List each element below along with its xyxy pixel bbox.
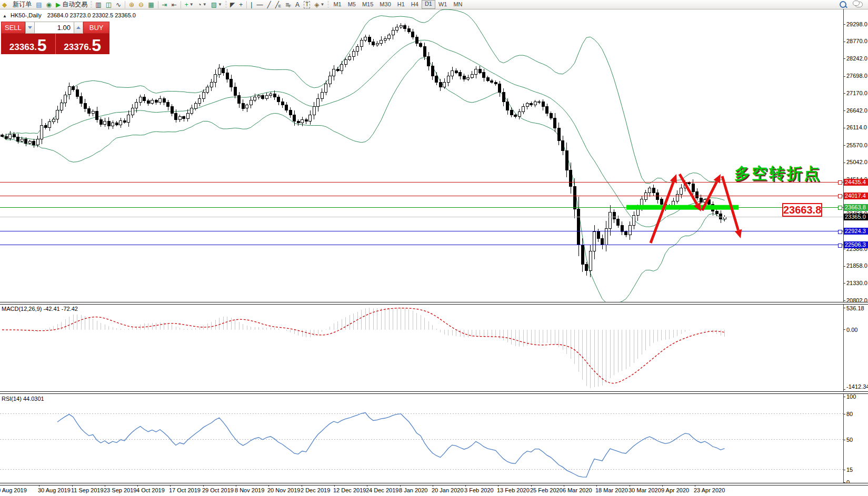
timeframe-h1[interactable]: H1 bbox=[394, 1, 408, 8]
macd-label: MACD(12,26,9) -42.41 -72.42 bbox=[2, 306, 78, 312]
bollinger-lower-band[interactable] bbox=[2, 57, 725, 302]
candle bbox=[84, 103, 86, 109]
support-highlight-bar[interactable] bbox=[626, 205, 739, 210]
indicators-icon[interactable]: +▼ bbox=[183, 1, 196, 9]
candle bbox=[28, 141, 31, 143]
timeframe-mn[interactable]: MN bbox=[450, 1, 465, 8]
date-axis[interactable]: 20 Aug 201930 Aug 201911 Sep 201923 Sep … bbox=[0, 484, 868, 496]
crosshair-icon[interactable]: + bbox=[237, 1, 245, 9]
candlestick-chart-icon: ◫ bbox=[106, 1, 112, 9]
candle bbox=[194, 104, 197, 108]
text-icon[interactable]: A bbox=[293, 1, 302, 9]
volume-decrease-button[interactable] bbox=[25, 22, 35, 34]
candle bbox=[621, 225, 623, 231]
sell-button[interactable]: SELL bbox=[1, 22, 25, 34]
candle bbox=[257, 95, 260, 97]
fibonacci-icon[interactable]: ≡F bbox=[283, 1, 293, 9]
candle bbox=[700, 198, 702, 203]
candle bbox=[285, 105, 288, 110]
new-order-button[interactable]: 新订单 bbox=[9, 1, 34, 9]
zoom-in-icon[interactable]: ⊕ bbox=[127, 1, 136, 9]
candle bbox=[64, 95, 67, 103]
market-watch-icon[interactable]: ◆ bbox=[0, 1, 9, 9]
trendline-icon: ╱ bbox=[267, 1, 271, 9]
collapse-icon[interactable]: ▲ bbox=[3, 14, 7, 18]
navigator-icon[interactable]: ◉ bbox=[44, 1, 54, 9]
level-price-axis-label: 22506.3 bbox=[844, 241, 868, 248]
text-label-icon: T bbox=[304, 1, 310, 8]
tile-windows-icon[interactable]: ▦ bbox=[146, 1, 156, 9]
buy-price[interactable]: 23376.5 bbox=[56, 34, 110, 54]
rsi-dateaxis-splitter[interactable] bbox=[0, 483, 868, 485]
ohlc-values: 23684.0 23723.0 23302.5 23365.0 bbox=[47, 12, 136, 18]
vertical-line-icon[interactable]: | bbox=[248, 1, 254, 9]
candle bbox=[534, 102, 536, 105]
candle bbox=[652, 188, 655, 193]
timeframe-w1[interactable]: W1 bbox=[435, 1, 451, 8]
templates-icon[interactable]: ▨▼ bbox=[209, 1, 224, 9]
candle bbox=[325, 84, 327, 92]
timeframe-m1[interactable]: M1 bbox=[330, 1, 344, 8]
chat-button[interactable] bbox=[853, 1, 865, 9]
rsi-indicator-chart[interactable] bbox=[0, 393, 843, 483]
line-chart-icon[interactable]: ∿ bbox=[114, 1, 123, 9]
autotrading-button[interactable]: ▶自动交易 bbox=[54, 1, 89, 9]
volume-input[interactable] bbox=[35, 22, 74, 34]
arrows-icon: ◈ bbox=[314, 1, 319, 9]
toolbar-separator bbox=[246, 1, 247, 8]
candle bbox=[565, 150, 568, 170]
zoom-out-icon[interactable]: ⊖ bbox=[136, 1, 146, 9]
candle bbox=[135, 102, 138, 108]
bollinger-upper-band[interactable] bbox=[2, 9, 725, 184]
indicators-icon: + bbox=[185, 1, 188, 9]
trendline-icon[interactable]: ╱ bbox=[265, 1, 273, 9]
horizontal-line-icon[interactable]: — bbox=[254, 1, 265, 9]
macd-rsi-splitter[interactable] bbox=[0, 391, 868, 394]
candle bbox=[183, 116, 185, 118]
periods-icon[interactable]: ◔▼ bbox=[196, 1, 209, 9]
candle bbox=[163, 98, 165, 102]
candle bbox=[506, 102, 509, 110]
level-price-axis-label: 24435.4 bbox=[844, 179, 868, 186]
volume-increase-button[interactable] bbox=[74, 22, 83, 34]
candle bbox=[617, 219, 620, 225]
candle bbox=[376, 43, 378, 45]
buy-button[interactable]: BUY bbox=[83, 22, 109, 34]
timeframe-m30[interactable]: M30 bbox=[376, 1, 394, 8]
timeframe-h4[interactable]: H4 bbox=[408, 1, 422, 8]
chart-shift-icon[interactable]: ⇤ bbox=[169, 1, 179, 9]
candle bbox=[696, 191, 699, 198]
timeframe-m15[interactable]: M15 bbox=[359, 1, 376, 8]
main-macd-splitter[interactable] bbox=[0, 302, 868, 305]
price-callout-box[interactable]: 23663.8 bbox=[782, 203, 822, 217]
zoom-in-icon: ⊕ bbox=[129, 1, 134, 9]
cursor-icon[interactable]: ◤ bbox=[228, 1, 237, 9]
bollinger-middle-band[interactable] bbox=[2, 40, 725, 227]
timeframe-m5[interactable]: M5 bbox=[345, 1, 359, 8]
candle bbox=[628, 225, 631, 235]
macd-indicator-chart[interactable] bbox=[0, 304, 843, 391]
timeframe-d1[interactable]: D1 bbox=[422, 0, 435, 9]
candlestick-chart-icon[interactable]: ◫ bbox=[104, 1, 114, 9]
auto-scroll-icon[interactable]: ⇥ bbox=[160, 1, 169, 9]
toolbar-grip bbox=[91, 1, 92, 8]
candle bbox=[218, 68, 221, 74]
candle bbox=[333, 69, 335, 76]
candle bbox=[609, 212, 612, 229]
equidistant-channel-icon[interactable]: ╱E bbox=[273, 1, 284, 9]
arrows-icon[interactable]: ◈▼ bbox=[312, 1, 326, 9]
text-label-icon[interactable]: T bbox=[302, 1, 312, 9]
candle bbox=[546, 107, 548, 113]
sell-price[interactable]: 23363.5 bbox=[1, 34, 56, 54]
candle bbox=[554, 118, 556, 128]
data-window-icon[interactable]: ▤ bbox=[34, 1, 44, 9]
candle bbox=[317, 98, 320, 106]
price-tick-label: 27698.0 bbox=[846, 73, 867, 79]
autotrading-button-label: 自动交易 bbox=[62, 0, 87, 9]
annotation-text-object[interactable]: 多空转折点 bbox=[734, 163, 821, 185]
buy-price-dot: . bbox=[89, 42, 92, 53]
bar-chart-icon[interactable]: ▥ bbox=[93, 1, 103, 9]
main-price-chart[interactable] bbox=[0, 9, 843, 302]
search-button[interactable] bbox=[837, 1, 849, 9]
candle bbox=[486, 77, 489, 80]
